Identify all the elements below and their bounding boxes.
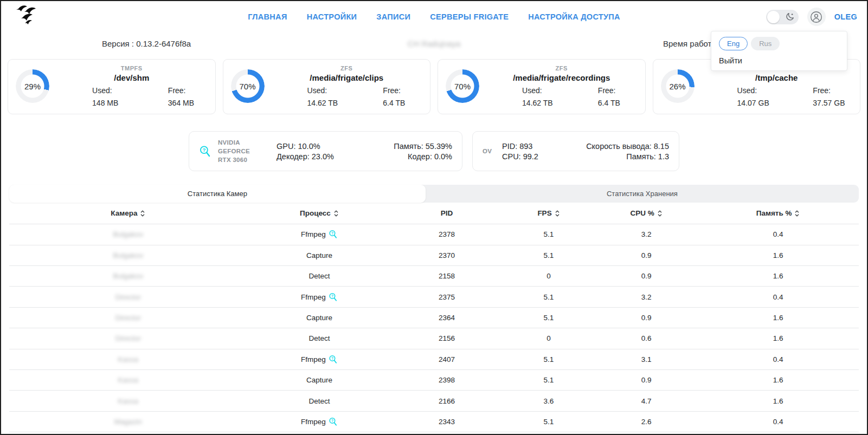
topbar-controls: OLEG bbox=[766, 8, 857, 26]
camera-name: Kassa bbox=[118, 376, 139, 384]
process-name: Detect bbox=[308, 272, 330, 280]
lang-rus-button[interactable]: Rus bbox=[751, 37, 780, 50]
used-label: Used: bbox=[522, 86, 562, 95]
search-question-icon[interactable]: ? bbox=[329, 417, 338, 426]
fps-value: 5.1 bbox=[544, 355, 554, 363]
camera-name: Director bbox=[115, 314, 141, 322]
sort-icon bbox=[555, 210, 560, 217]
ov-card: OV PID: 893 CPU: 99.2 Скорость вывода: 8… bbox=[472, 131, 679, 171]
ov-label: OV bbox=[483, 147, 496, 155]
pid-value: 2398 bbox=[439, 376, 455, 384]
svg-text:?: ? bbox=[331, 294, 333, 298]
used-value: 14.62 TB bbox=[522, 99, 562, 107]
pid-value: 2378 bbox=[439, 230, 455, 238]
sort-icon bbox=[794, 210, 800, 217]
used-label: Used: bbox=[737, 86, 777, 95]
user-avatar[interactable] bbox=[807, 8, 826, 26]
cpu-value: 3.2 bbox=[641, 293, 652, 301]
camera-name: Magazin bbox=[114, 418, 142, 426]
used-value: 148 MB bbox=[92, 99, 132, 107]
table-row: Director Ffmpeg ? 2375 5.1 3.2 0.4 bbox=[9, 287, 859, 307]
header-memory[interactable]: Память % bbox=[697, 209, 859, 217]
gpu-memory: Память: 55.39% bbox=[394, 142, 452, 151]
used-label: Used: bbox=[307, 86, 347, 95]
ov-memory: Память: 1.3 bbox=[586, 152, 669, 161]
header-camera[interactable]: Камера bbox=[9, 209, 247, 217]
mount-path: /media/frigate/clips bbox=[271, 73, 423, 82]
table-row: Bulgakov Ffmpeg ? 2378 5.1 3.2 0.4 bbox=[9, 224, 859, 245]
process-name: Detect bbox=[308, 397, 330, 405]
camera-name: Director bbox=[115, 334, 141, 342]
table-row: Director Detect 2156 0 0.6 1.6 bbox=[9, 328, 859, 349]
fps-value: 0 bbox=[546, 272, 551, 280]
nav-settings[interactable]: НАСТРОЙКИ bbox=[307, 12, 357, 21]
memory-value: 0.4 bbox=[773, 230, 783, 238]
fps-value: 0 bbox=[546, 334, 551, 342]
pid-value: 2166 bbox=[439, 397, 455, 405]
theme-toggle[interactable] bbox=[766, 10, 799, 24]
svg-text:?: ? bbox=[331, 418, 333, 423]
fps-value: 5.1 bbox=[544, 376, 554, 384]
process-cards-row: ? NVIDIA GEFORCE RTX 3060 GPU: 10.0% Дек… bbox=[1, 131, 867, 171]
header-fps[interactable]: FPS bbox=[502, 209, 595, 217]
pid-value: 2343 bbox=[439, 418, 455, 426]
process-name: Capture bbox=[306, 314, 332, 322]
process-name: Ffmpeg bbox=[301, 230, 326, 238]
table-row: Kassa Capture 2398 5.1 0.9 1.6 bbox=[9, 370, 859, 391]
used-label: Used: bbox=[92, 86, 132, 95]
gpu-name-line1: NVIDIA GEFORCE bbox=[218, 138, 270, 155]
pid-value: 2407 bbox=[439, 355, 455, 363]
fps-value: 5.1 bbox=[544, 251, 554, 259]
nav-records[interactable]: ЗАПИСИ bbox=[376, 12, 410, 21]
camera-name: Bulgakov bbox=[113, 272, 144, 280]
disk-usage-percent: 29% bbox=[24, 82, 41, 91]
header-pid: PID bbox=[391, 209, 502, 217]
search-question-icon[interactable]: ? bbox=[329, 230, 338, 239]
nav-frigate-servers[interactable]: СЕРВЕРЫ FRIGATE bbox=[430, 12, 509, 21]
free-label: Free: bbox=[383, 86, 422, 95]
search-question-icon[interactable]: ? bbox=[329, 355, 338, 364]
search-question-icon[interactable]: ? bbox=[329, 293, 338, 302]
fps-value: 3.6 bbox=[544, 397, 554, 405]
tab-camera-stats[interactable]: Статистика Камер bbox=[9, 185, 426, 203]
fps-value: 5.1 bbox=[544, 230, 554, 238]
ov-pid: PID: 893 bbox=[502, 142, 538, 151]
fs-type-label: TMPFS bbox=[56, 65, 208, 72]
user-dropdown-menu: Eng Rus Выйти bbox=[711, 31, 847, 71]
language-switcher: Eng Rus bbox=[719, 37, 839, 50]
camera-stats-table: Камера Процесс PID FPS CPU % Память % Bu… bbox=[9, 203, 859, 432]
stats-tabs: Статистика Камер Статистика Хранения bbox=[9, 185, 859, 203]
username-button[interactable]: OLEG bbox=[834, 12, 857, 21]
storage-card-clips: 70% ZFS /media/frigate/clips Used:14.62 … bbox=[223, 59, 431, 114]
nav-home[interactable]: ГЛАВНАЯ bbox=[248, 12, 287, 21]
disk-usage-donut: 70% bbox=[231, 69, 265, 103]
camera-name: Kassa bbox=[118, 355, 139, 363]
nav-access-settings[interactable]: НАСТРОЙКА ДОСТУПА bbox=[528, 12, 620, 21]
process-name: Capture bbox=[306, 376, 332, 384]
memory-value: 1.6 bbox=[773, 334, 783, 342]
gpu-name-line2: RTX 3060 bbox=[218, 155, 270, 164]
table-body: Bulgakov Ffmpeg ? 2378 5.1 3.2 0.4 Bulga… bbox=[9, 224, 859, 432]
fs-type-label: ZFS bbox=[486, 65, 638, 72]
gpu-name: NVIDIA GEFORCE RTX 3060 bbox=[218, 138, 270, 164]
logout-menu-item[interactable]: Выйти bbox=[719, 56, 839, 65]
moon-icon bbox=[785, 12, 795, 22]
app-window: ГЛАВНАЯ НАСТРОЙКИ ЗАПИСИ СЕРВЕРЫ FRIGATE… bbox=[0, 0, 868, 435]
header-cpu[interactable]: CPU % bbox=[595, 209, 697, 217]
svg-text:?: ? bbox=[331, 231, 333, 236]
disk-usage-donut: 29% bbox=[16, 69, 49, 103]
memory-value: 1.6 bbox=[773, 272, 783, 280]
pid-value: 2156 bbox=[439, 334, 455, 342]
table-row: Director Capture 2364 5.1 0.9 1.6 bbox=[9, 308, 859, 328]
header-process[interactable]: Процесс bbox=[247, 209, 391, 217]
free-label: Free: bbox=[168, 86, 208, 95]
sort-icon bbox=[333, 210, 339, 217]
table-row: Kassa Ffmpeg ? 2407 5.1 3.1 0.4 bbox=[9, 349, 859, 370]
process-name: Ffmpeg bbox=[301, 355, 326, 363]
cpu-value: 3.1 bbox=[641, 355, 652, 363]
tab-storage-stats[interactable]: Статистика Хранения bbox=[426, 185, 859, 203]
lang-eng-button[interactable]: Eng bbox=[719, 37, 748, 50]
svg-text:?: ? bbox=[331, 356, 333, 361]
sort-icon bbox=[140, 210, 145, 217]
ov-cpu: CPU: 99.2 bbox=[502, 152, 538, 161]
